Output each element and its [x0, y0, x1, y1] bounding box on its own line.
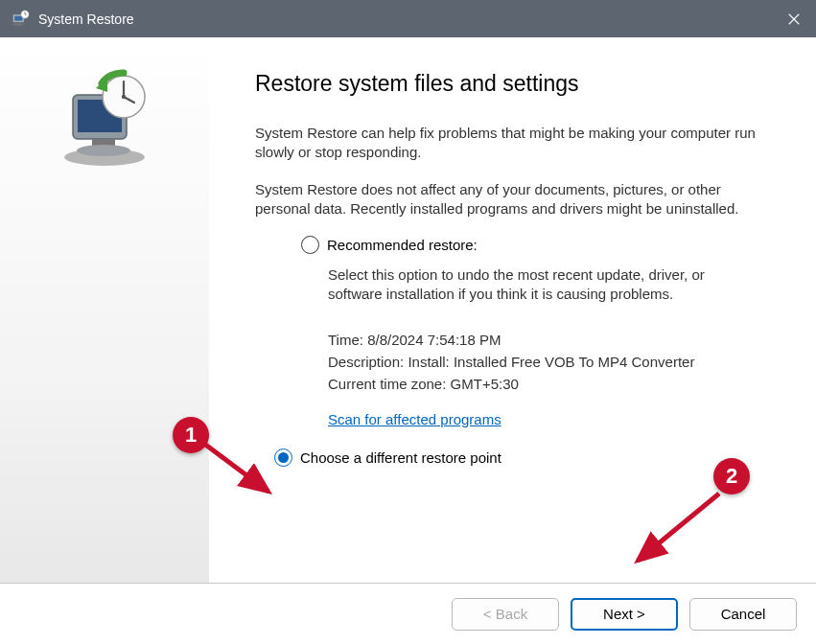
recommended-detail: Select this option to undo the most rece…	[328, 265, 731, 305]
restore-options: Recommended restore: Select this option …	[301, 236, 763, 467]
radio-recommended-label: Recommended restore:	[327, 237, 478, 253]
next-button[interactable]: Next >	[571, 598, 678, 631]
content-area: Restore system files and settings System…	[0, 37, 816, 583]
radio-recommended-restore[interactable]: Recommended restore:	[301, 236, 763, 254]
restore-illustration-icon	[52, 66, 157, 172]
radio-icon	[301, 236, 319, 254]
svg-point-8	[77, 145, 130, 156]
restore-description: Description: Install: Installed Free VOB…	[328, 354, 763, 370]
radio-choose-different[interactable]: Choose a different restore point	[274, 448, 763, 467]
cancel-button[interactable]: Cancel	[689, 598, 797, 631]
titlebar: System Restore	[0, 0, 816, 37]
wizard-footer: < Back Next > Cancel	[0, 583, 816, 644]
main-panel: Restore system files and settings System…	[209, 37, 816, 583]
intro-paragraph-1: System Restore can help fix problems tha…	[255, 124, 763, 163]
page-heading: Restore system files and settings	[255, 71, 763, 97]
svg-point-2	[13, 23, 25, 25]
annotation-callout-1: 1	[173, 417, 209, 453]
annotation-callout-2: 2	[713, 458, 750, 494]
side-panel	[0, 37, 209, 583]
svg-rect-1	[14, 15, 22, 20]
close-button[interactable]	[772, 0, 816, 37]
system-restore-icon	[10, 9, 31, 30]
back-button: < Back	[452, 598, 559, 631]
radio-icon	[274, 448, 292, 467]
radio-choose-different-label: Choose a different restore point	[300, 449, 501, 466]
intro-paragraph-2: System Restore does not affect any of yo…	[255, 180, 763, 219]
restore-point-info: Time: 8/8/2024 7:54:18 PM Description: I…	[328, 332, 763, 445]
scan-affected-programs-link[interactable]: Scan for affected programs	[328, 411, 501, 427]
restore-timezone: Current time zone: GMT+5:30	[328, 376, 763, 392]
window-title: System Restore	[38, 12, 134, 27]
restore-time: Time: 8/8/2024 7:54:18 PM	[328, 332, 763, 348]
